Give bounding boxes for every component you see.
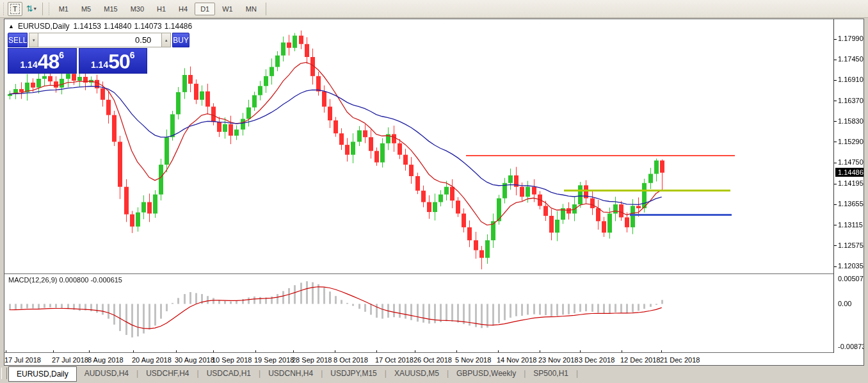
date-tick-label: 23 Nov 2018 bbox=[538, 356, 578, 364]
chart-tab-eurusd-daily[interactable]: EURUSD,Daily bbox=[8, 366, 77, 382]
volume-input[interactable] bbox=[38, 33, 161, 47]
date-tick-label: 14 Nov 2018 bbox=[497, 356, 536, 364]
timeframe-button-m30[interactable]: M30 bbox=[125, 3, 150, 15]
axis-tick-mark bbox=[834, 60, 837, 60]
sell-price-sup: 6 bbox=[59, 50, 64, 60]
date-tick-label: 5 Nov 2018 bbox=[455, 356, 491, 364]
price-tick-label: 1.13115 bbox=[838, 221, 863, 229]
chart-tab-bar: EURUSD,DailyAUDUSD,H4|USDCHF,H4|USDCAD,H… bbox=[0, 366, 868, 383]
pane-divider bbox=[4, 352, 834, 353]
sell-price-prefix: 1.14 bbox=[20, 60, 37, 70]
timeframe-button-m15[interactable]: M15 bbox=[98, 3, 123, 15]
axis-tick-mark bbox=[834, 204, 837, 205]
timeframe-button-h4[interactable]: H4 bbox=[173, 3, 193, 15]
timeframe-button-m5[interactable]: M5 bbox=[76, 3, 97, 15]
macd-value: 0.000800 bbox=[59, 276, 88, 284]
axis-tick-mark bbox=[834, 163, 837, 163]
chart-title: ▲ EURUSD,Daily 1.14153 1.14840 1.14073 1… bbox=[8, 22, 192, 31]
sell-price-box[interactable]: 1.14 48 6 bbox=[8, 48, 77, 74]
price-tick-label: 1.17450 bbox=[838, 55, 864, 63]
price-axis[interactable]: 1.179901.174501.169101.163701.158301.152… bbox=[834, 19, 864, 366]
tab-separator: | bbox=[576, 369, 578, 378]
chart-tab-usdjpy-m15[interactable]: USDJPY,M15 bbox=[323, 367, 384, 380]
price-tick-label: 1.17990 bbox=[838, 35, 864, 42]
timeframe-button-m1[interactable]: M1 bbox=[53, 3, 74, 15]
price-tick-label: 1.14195 bbox=[838, 179, 864, 187]
date-tick-label: 17 Oct 2018 bbox=[375, 356, 414, 364]
axis-tick-mark bbox=[834, 39, 837, 40]
axis-tick-mark bbox=[834, 266, 837, 267]
macd-indicator-label: MACD(12,26,9) 0.000800 -0.000615 bbox=[8, 276, 122, 284]
chart-tab-audusd-h4[interactable]: AUDUSD,H4 bbox=[77, 367, 136, 380]
tab-bar-grip[interactable] bbox=[1, 368, 7, 379]
date-tick-label: 17 Jul 2018 bbox=[4, 356, 41, 364]
macd-axis-zero: 0.00 bbox=[838, 300, 851, 307]
macd-axis-bottom: -0.00873 bbox=[838, 343, 864, 350]
date-tick-label: 20 Aug 2018 bbox=[132, 356, 172, 364]
price-tick-label: 1.16910 bbox=[838, 76, 864, 83]
date-tick-label: 12 Dec 2018 bbox=[620, 356, 660, 364]
sell-button[interactable]: SELL bbox=[8, 33, 28, 47]
one-click-trading-panel: SELL ▾ ▴ BUY 1.14 48 6 1.14 50 6 bbox=[8, 33, 147, 74]
axis-tick-mark bbox=[834, 80, 837, 81]
up-triangle-icon: ▲ bbox=[8, 23, 14, 29]
axis-tick-mark bbox=[834, 184, 837, 184]
chart-window: ▲ EURUSD,Daily 1.14153 1.14840 1.14073 1… bbox=[4, 19, 864, 366]
ohlc-low: 1.14073 bbox=[134, 22, 161, 31]
timeframe-button-d1[interactable]: D1 bbox=[195, 3, 215, 15]
volume-increase-button[interactable]: ▴ bbox=[161, 33, 171, 47]
buy-price-big: 50 bbox=[108, 52, 130, 71]
ohlc-close: 1.14486 bbox=[165, 22, 192, 31]
chart-symbol-label: EURUSD,Daily bbox=[18, 22, 70, 31]
sell-price-big: 48 bbox=[38, 52, 60, 71]
date-tick-label: 26 Oct 2018 bbox=[414, 356, 452, 364]
buy-price-box[interactable]: 1.14 50 6 bbox=[79, 48, 148, 74]
arrows-tool-icon: ⇅ bbox=[26, 4, 33, 13]
date-tick-label: 19 Sep 2018 bbox=[254, 356, 294, 364]
macd-signal-value: -0.000615 bbox=[90, 276, 122, 284]
chevron-down-icon: ▾ bbox=[34, 6, 36, 12]
pivot-line[interactable] bbox=[564, 190, 730, 192]
toolbar-grip[interactable] bbox=[2, 3, 5, 15]
pane-divider[interactable] bbox=[4, 273, 834, 274]
axis-tick-mark bbox=[834, 142, 837, 142]
volume-decrease-button[interactable]: ▾ bbox=[29, 33, 38, 47]
support-line[interactable] bbox=[630, 214, 732, 216]
arrows-tool-button[interactable]: ⇅ ▾ bbox=[24, 2, 39, 16]
price-tick-label: 1.14750 bbox=[838, 158, 864, 166]
date-tick-label: 30 Aug 2018 bbox=[175, 356, 214, 364]
chart-tab-gbpusd-weekly[interactable]: GBPUSD,Weekly bbox=[449, 367, 524, 380]
text-tool-button[interactable]: T bbox=[8, 2, 22, 16]
toolbar-separator bbox=[42, 3, 43, 15]
date-tick-label: 8 Aug 2018 bbox=[88, 356, 124, 364]
date-axis[interactable]: 17 Jul 201827 Jul 20188 Aug 201820 Aug 2… bbox=[4, 354, 834, 366]
chart-tab-usdcad-h1[interactable]: USDCAD,H1 bbox=[199, 367, 259, 380]
date-tick-label: 10 Sep 2018 bbox=[212, 356, 252, 364]
timeframe-button-w1[interactable]: W1 bbox=[216, 3, 239, 15]
axis-tick-mark bbox=[834, 245, 837, 246]
date-tick-label: 27 Jul 2018 bbox=[52, 356, 88, 364]
macd-axis-top: 0.005074 bbox=[838, 275, 864, 282]
ohlc-high: 1.14840 bbox=[104, 22, 131, 31]
price-tick-label: 1.15290 bbox=[838, 138, 864, 145]
toolbar-grip[interactable] bbox=[47, 3, 51, 15]
price-tick-label: 1.15830 bbox=[838, 117, 864, 125]
timeframe-group: M1M5M15M30H1H4D1W1MN bbox=[52, 3, 263, 15]
macd-name: MACD(12,26,9) bbox=[8, 276, 57, 284]
resistance-line[interactable] bbox=[466, 155, 735, 156]
ohlc-open: 1.14153 bbox=[74, 22, 101, 31]
current-price-tag: 1.14486 bbox=[835, 168, 864, 177]
chart-tab-xauusd-m5[interactable]: XAUUSD,M5 bbox=[387, 367, 447, 380]
timeframe-button-h1[interactable]: H1 bbox=[151, 3, 172, 15]
date-tick-label: 3 Dec 2018 bbox=[579, 356, 615, 364]
toolbar-separator bbox=[266, 3, 266, 15]
buy-button[interactable]: BUY bbox=[172, 33, 189, 47]
chart-tab-usdcnh-h4[interactable]: USDCNH,H4 bbox=[261, 367, 321, 380]
chart-tab-usdchf-h4[interactable]: USDCHF,H4 bbox=[138, 367, 197, 380]
price-tick-label: 1.12035 bbox=[838, 262, 864, 270]
text-tool-icon: T bbox=[10, 4, 20, 14]
timeframe-button-mn[interactable]: MN bbox=[240, 3, 262, 15]
chart-tab-sp500-h1[interactable]: SP500,H1 bbox=[526, 367, 576, 380]
top-toolbar: T ⇅ ▾ M1M5M15M30H1H4D1W1MN bbox=[0, 0, 868, 18]
date-tick-label: 28 Sep 2018 bbox=[292, 356, 332, 364]
